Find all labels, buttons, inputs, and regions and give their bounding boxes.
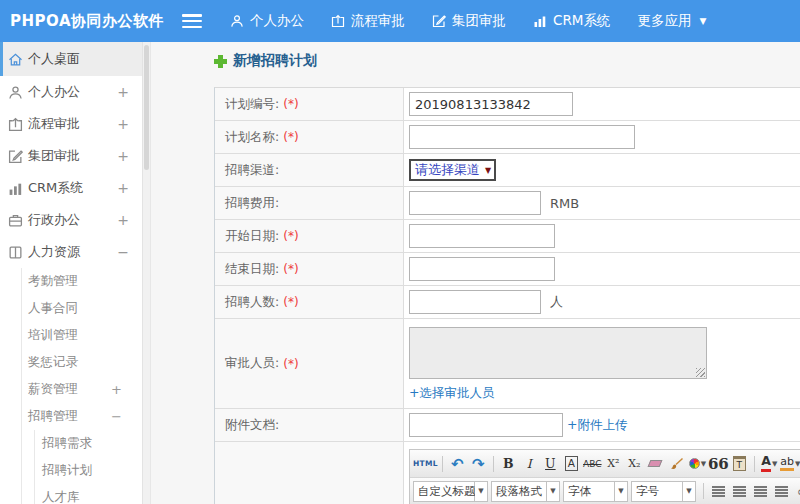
bold-button[interactable]: B	[498, 453, 519, 474]
approvers-textarea[interactable]	[409, 327, 707, 379]
start-date-input[interactable]	[409, 224, 555, 248]
scrollbar-thumb[interactable]	[144, 45, 149, 170]
plan-no-input[interactable]	[409, 92, 573, 116]
color-palette-icon[interactable]: ▼	[687, 453, 708, 474]
blockquote-button[interactable]: 66	[708, 453, 729, 474]
sidebar-item-recruit-demand[interactable]: 招聘需求	[35, 430, 142, 457]
person-icon	[230, 14, 244, 28]
sidebar-item-workflow-approval[interactable]: 流程审批 +	[0, 108, 142, 140]
end-date-input[interactable]	[409, 257, 555, 281]
expand-icon[interactable]: +	[117, 180, 129, 196]
field-label: 招聘费用:	[225, 195, 279, 212]
sidebar-item-desktop[interactable]: 个人桌面	[0, 42, 142, 76]
sidebar-item-salary[interactable]: 薪资管理+	[22, 376, 142, 403]
nav-personal-office[interactable]: 个人办公	[230, 12, 304, 30]
heading-style-select[interactable]: 自定义标题▼	[413, 481, 488, 502]
html-source-button[interactable]: HTML	[413, 453, 438, 474]
format-painter-icon[interactable]	[666, 453, 687, 474]
collapse-icon[interactable]: −	[111, 409, 122, 424]
eraser-icon[interactable]	[645, 453, 666, 474]
nav-crm-system[interactable]: CRM系统	[533, 12, 610, 30]
align-left-icon[interactable]	[708, 481, 729, 502]
subscript-button[interactable]: X₂	[624, 453, 645, 474]
sidebar-item-label: 培训管理	[28, 327, 78, 344]
recruit-plan-form: 计划编号:(*) 计划名称:(*) 招聘渠道: 请选择渠道 ▼ 招聘费用: RM…	[214, 87, 800, 504]
expand-icon[interactable]: +	[117, 84, 129, 100]
sidebar-scrollbar[interactable]	[142, 42, 151, 504]
sidebar-item-group-approval[interactable]: 集团审批 +	[0, 140, 142, 172]
sidebar-item-training[interactable]: 培训管理	[22, 322, 142, 349]
workflow-icon	[331, 14, 345, 28]
align-justify-icon[interactable]	[771, 481, 792, 502]
font-family-select[interactable]: 字体▼	[563, 481, 628, 502]
nav-workflow-approval[interactable]: 流程审批	[331, 12, 405, 30]
sidebar-item-hr[interactable]: 人力资源 −	[0, 236, 142, 268]
headcount-input[interactable]	[409, 290, 541, 314]
briefcase-icon	[8, 213, 23, 228]
sidebar-item-attendance[interactable]: 考勤管理	[22, 268, 142, 295]
sidebar-item-rewards[interactable]: 奖惩记录	[22, 349, 142, 376]
select-approvers-link[interactable]: +选择审批人员	[409, 385, 494, 402]
sidebar-item-admin-office[interactable]: 行政办公 +	[0, 204, 142, 236]
rich-text-editor: HTML ↶ ↷ B I U A ABC X² X₂	[409, 449, 800, 504]
collapse-icon[interactable]: −	[117, 244, 129, 260]
attachment-upload-link[interactable]: +附件上传	[567, 417, 627, 434]
sidebar-item-hr-contract[interactable]: 人事合同	[22, 295, 142, 322]
paste-icon[interactable]: T	[729, 453, 750, 474]
attachment-input[interactable]	[409, 413, 563, 437]
expand-icon[interactable]: +	[117, 212, 129, 228]
sidebar-item-label: 个人桌面	[28, 50, 80, 68]
font-size-select[interactable]: 字号▼	[631, 481, 696, 502]
sidebar-item-personal-office[interactable]: 个人办公 +	[0, 76, 142, 108]
channel-select-value: 请选择渠道	[415, 161, 480, 179]
sidebar-item-recruit-mgmt[interactable]: 招聘管理−	[22, 403, 142, 430]
italic-button[interactable]: I	[519, 453, 540, 474]
align-center-icon[interactable]	[729, 481, 750, 502]
caret-down-icon: ▼	[615, 481, 628, 502]
sidebar-item-label: 招聘计划	[42, 462, 92, 479]
expand-icon[interactable]: +	[117, 148, 129, 164]
highlight-color-button[interactable]: ab	[780, 456, 794, 471]
required-mark: (*)	[283, 229, 298, 243]
paragraph-format-select[interactable]: 段落格式▼	[491, 481, 560, 502]
form-row-headcount: 招聘人数:(*) 人	[215, 286, 800, 319]
sidebar-item-label: 招聘管理	[28, 408, 78, 425]
plan-name-input[interactable]	[409, 125, 635, 149]
sidebar-item-recruit-plan[interactable]: 招聘计划	[35, 457, 142, 484]
fee-input[interactable]	[409, 191, 541, 215]
undo-icon[interactable]: ↶	[447, 453, 468, 474]
align-right-icon[interactable]	[750, 481, 771, 502]
strikethrough-button[interactable]: ABC	[582, 453, 603, 474]
sidebar-item-label: 奖惩记录	[28, 354, 78, 371]
form-row-channel: 招聘渠道: 请选择渠道 ▼	[215, 154, 800, 187]
expand-icon[interactable]: +	[111, 382, 122, 397]
editor-toolbar-row2: 自定义标题▼ 段落格式▼ 字体▼ 字号▼ ∞ ∞	[410, 477, 800, 504]
required-mark: (*)	[283, 130, 298, 144]
caret-down-icon: ▼	[547, 481, 560, 502]
underline-button[interactable]: U	[540, 453, 561, 474]
home-icon	[8, 52, 23, 67]
redo-icon[interactable]: ↷	[468, 453, 489, 474]
hamburger-menu-icon[interactable]	[182, 14, 202, 28]
insert-link-icon[interactable]: ∞	[792, 481, 800, 502]
superscript-button[interactable]: X²	[603, 453, 624, 474]
nav-group-approval[interactable]: 集团审批	[432, 12, 506, 30]
sidebar-item-label: 薪资管理	[28, 381, 78, 398]
channel-select[interactable]: 请选择渠道 ▼	[409, 159, 496, 181]
form-row-plan-name: 计划名称:(*)	[215, 121, 800, 154]
font-color-button[interactable]: A	[761, 455, 771, 472]
nav-label: CRM系统	[553, 12, 610, 30]
sidebar-item-crm[interactable]: CRM系统 +	[0, 172, 142, 204]
sidebar-item-talent-pool[interactable]: 人才库	[35, 484, 142, 504]
expand-icon[interactable]: +	[117, 116, 129, 132]
top-header: PHPOA协同办公软件 个人办公 流程审批 集团审批 CRM系统 更多应用 ▼	[0, 0, 800, 42]
app-logo: PHPOA协同办公软件	[0, 12, 182, 31]
hr-submenu: 考勤管理 人事合同 培训管理 奖惩记录 薪资管理+ 招聘管理− 招聘需求 招聘计…	[21, 268, 142, 504]
field-label: 计划名称:	[225, 129, 279, 146]
nav-more-apps[interactable]: 更多应用 ▼	[637, 12, 706, 30]
fee-unit: RMB	[550, 196, 579, 211]
char-border-button[interactable]: A	[565, 456, 578, 471]
nav-label: 集团审批	[452, 12, 506, 30]
person-icon	[8, 85, 23, 100]
required-mark: (*)	[283, 357, 298, 371]
